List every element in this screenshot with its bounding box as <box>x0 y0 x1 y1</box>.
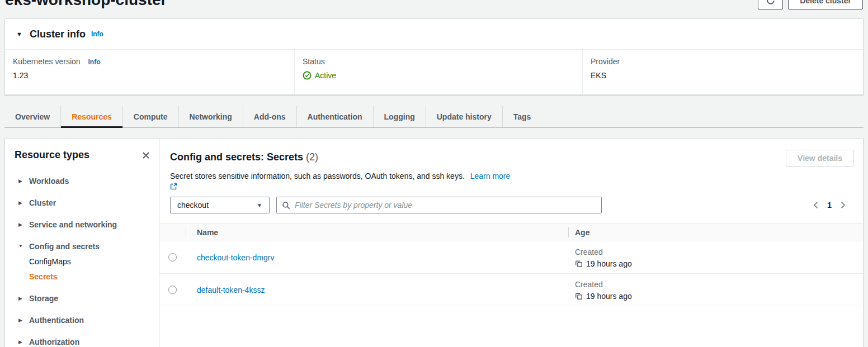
filter-dropdown[interactable]: checkout ▼ <box>170 197 270 213</box>
refresh-icon <box>766 0 776 6</box>
cluster-info-body: Kubernetes version Info 1.23 Status Acti… <box>5 50 863 95</box>
search-box <box>276 197 602 213</box>
sidebar-item-workloads[interactable]: ▶ Workloads <box>18 177 151 186</box>
sidebar-item-secrets[interactable]: Secrets <box>29 273 151 281</box>
page-title: eks-workshop-cluster <box>5 0 167 9</box>
select-column-header <box>159 224 186 241</box>
tab-authentication[interactable]: Authentication <box>296 106 373 127</box>
tab-resources[interactable]: Resources <box>60 106 122 127</box>
external-link-icon <box>170 183 854 190</box>
close-icon[interactable] <box>141 150 151 160</box>
pagination: 1 <box>813 201 854 210</box>
row-radio-button[interactable] <box>168 253 177 262</box>
sidebar-item-storage[interactable]: ▶ Storage <box>18 294 151 303</box>
chevron-right-icon: ▶ <box>18 198 29 207</box>
tab-update-history[interactable]: Update history <box>426 106 502 127</box>
name-column-header: Name <box>186 224 568 241</box>
provider-value: EKS <box>591 71 855 80</box>
secrets-panel: Config and secrets: Secrets (2) View det… <box>159 139 863 347</box>
cluster-info-title: Cluster info <box>30 28 86 40</box>
refresh-button[interactable] <box>758 0 783 9</box>
resources-content: Resource types ▶ Workloads ▶ Cluster <box>4 139 864 347</box>
row-radio-button[interactable] <box>168 286 177 294</box>
dropdown-caret-icon: ▼ <box>257 202 262 208</box>
secrets-table: Name Age checkout-token-dmgrv Created <box>159 223 863 306</box>
age-created-label: Created <box>575 279 863 289</box>
table-row: default-token-4kssz Created 19 hours ago <box>159 274 863 306</box>
table-row: checkout-token-dmgrv Created 19 hours ag… <box>159 241 863 274</box>
kubernetes-version-label: Kubernetes version <box>13 57 81 66</box>
sidebar-item-config-and-secrets[interactable]: ▼ Config and secrets <box>18 242 151 251</box>
filter-dropdown-value: checkout <box>177 201 209 210</box>
tab-overview[interactable]: Overview <box>4 106 60 127</box>
search-icon <box>282 201 290 210</box>
secret-name-link[interactable]: default-token-4kssz <box>197 286 265 294</box>
age-value: 19 hours ago <box>586 259 632 268</box>
cluster-info-link[interactable]: Info <box>91 30 103 38</box>
secrets-panel-title: Config and secrets: Secrets <box>170 151 303 163</box>
search-input[interactable] <box>295 201 596 210</box>
age-value: 19 hours ago <box>586 292 632 301</box>
tab-networking[interactable]: Networking <box>178 106 243 127</box>
status-value: Active <box>315 71 336 80</box>
chevron-right-icon: ▶ <box>18 316 29 325</box>
status-field: Status Active <box>294 50 582 95</box>
copy-icon[interactable] <box>575 292 583 300</box>
resource-types-sidebar: Resource types ▶ Workloads ▶ Cluster <box>5 139 159 347</box>
copy-icon[interactable] <box>575 260 583 268</box>
chevron-right-icon: ▶ <box>18 220 29 229</box>
chevron-right-icon: ▶ <box>18 294 29 303</box>
provider-label: Provider <box>591 57 855 66</box>
sidebar-item-service-and-networking[interactable]: ▶ Service and networking <box>18 220 151 229</box>
secrets-count: (2) <box>306 151 318 163</box>
delete-cluster-button[interactable]: Delete cluster <box>788 0 863 9</box>
status-label: Status <box>303 57 574 66</box>
tab-add-ons[interactable]: Add-ons <box>243 106 296 127</box>
provider-field: Provider EKS <box>582 50 863 95</box>
header-actions: Delete cluster <box>758 0 863 9</box>
sidebar-item-authentication[interactable]: ▶ Authentication <box>18 316 151 325</box>
table-header: Name Age <box>159 223 863 241</box>
cluster-info-panel: ▼ Cluster info Info Kubernetes version I… <box>4 18 864 95</box>
resource-types-list: ▶ Workloads ▶ Cluster ▶ Service and netw… <box>15 177 151 346</box>
chevron-down-icon: ▼ <box>18 242 29 251</box>
status-badge: Active <box>303 71 574 80</box>
chevron-right-icon: ▶ <box>18 177 29 186</box>
view-details-button[interactable]: View details <box>786 150 854 167</box>
sidebar-item-cluster[interactable]: ▶ Cluster <box>18 198 151 207</box>
chevron-right-icon: ▶ <box>18 338 29 346</box>
age-column-header: Age <box>568 224 863 241</box>
kubernetes-version-field: Kubernetes version Info 1.23 <box>5 50 294 95</box>
cluster-info-header[interactable]: ▼ Cluster info Info <box>5 19 863 50</box>
tab-compute[interactable]: Compute <box>122 106 178 127</box>
previous-page-icon[interactable] <box>813 201 819 209</box>
resource-types-title: Resource types <box>15 149 89 161</box>
secrets-description: Secret stores sensitive information, suc… <box>170 172 465 180</box>
secret-name-link[interactable]: checkout-token-dmgrv <box>197 253 275 262</box>
next-page-icon[interactable] <box>840 201 846 209</box>
status-check-icon <box>303 71 312 80</box>
kubernetes-version-value: 1.23 <box>13 71 286 80</box>
age-created-label: Created <box>575 247 863 257</box>
tab-tags[interactable]: Tags <box>502 106 542 127</box>
tab-logging[interactable]: Logging <box>373 106 426 127</box>
collapse-caret-icon[interactable]: ▼ <box>16 31 22 37</box>
page-number[interactable]: 1 <box>827 201 832 210</box>
cluster-tabs: Overview Resources Compute Networking Ad… <box>4 106 864 128</box>
sidebar-item-authorization[interactable]: ▶ Authorization <box>18 338 151 346</box>
sidebar-item-configmaps[interactable]: ConfigMaps <box>29 258 151 266</box>
kubernetes-version-info-link[interactable]: Info <box>88 58 101 66</box>
